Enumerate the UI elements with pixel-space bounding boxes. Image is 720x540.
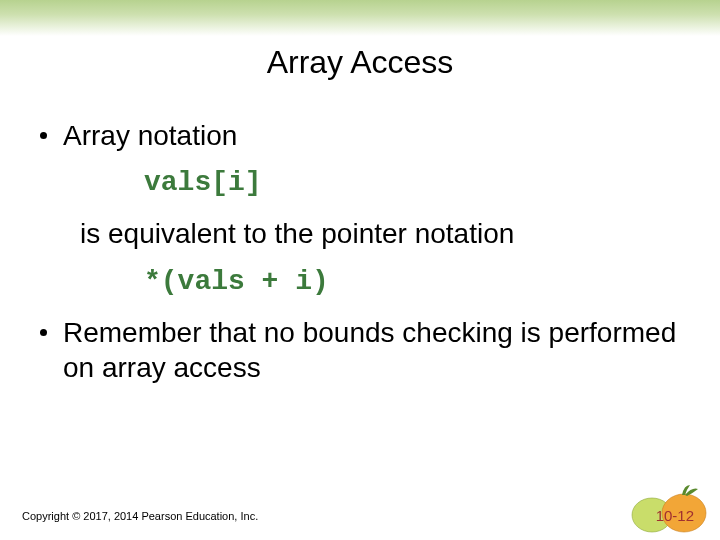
bullet-item: Array notation [40,118,690,153]
page-number: 10-12 [656,507,694,524]
bullet-text: Remember that no bounds checking is perf… [63,315,690,385]
copyright-text: Copyright © 2017, 2014 Pearson Education… [22,510,258,522]
header-gradient-band [0,0,720,36]
slide-content: Array notation vals[i] is equivalent to … [40,118,690,393]
bullet-dot-icon [40,132,47,139]
bullet-dot-icon [40,329,47,336]
code-snippet: vals[i] [144,167,690,198]
continuation-text: is equivalent to the pointer notation [80,216,690,252]
slide-title: Array Access [0,44,720,81]
bullet-item: Remember that no bounds checking is perf… [40,315,690,385]
code-snippet: *(vals + i) [144,266,690,297]
bullet-text: Array notation [63,118,237,153]
